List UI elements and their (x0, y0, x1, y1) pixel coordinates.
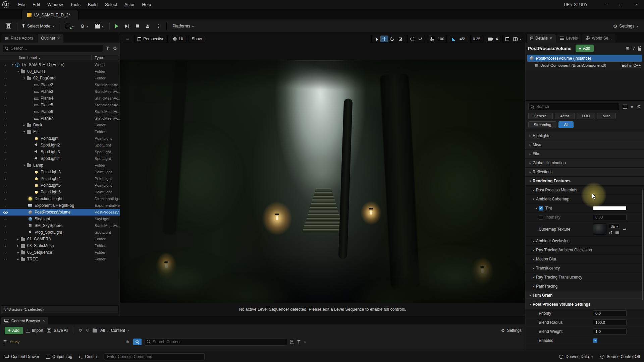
rotation-snap-value[interactable]: 45° (458, 37, 467, 41)
cinematics-button[interactable] (92, 21, 106, 31)
visibility-eye-icon[interactable] (2, 225, 9, 227)
number-field[interactable]: 0.03 (593, 214, 627, 220)
close-icon[interactable] (550, 36, 552, 41)
expander-icon[interactable] (528, 134, 533, 137)
expand-arrow-icon[interactable] (22, 130, 26, 133)
expander-icon[interactable] (528, 161, 533, 165)
details-row[interactable]: Motion Blur (525, 255, 644, 264)
outliner-row[interactable]: DirectionalLight DirectionalLig... (0, 195, 120, 202)
browse-to-asset-icon[interactable] (615, 231, 619, 234)
details-row[interactable]: Ray Tracing Translucency (525, 273, 644, 282)
visibility-eye-icon[interactable] (2, 164, 9, 166)
outliner-row[interactable]: 01_CAMERA Folder (0, 236, 120, 242)
visibility-eye-icon[interactable] (2, 218, 9, 220)
outliner-row[interactable]: Lamp Folder (0, 162, 120, 169)
tab-outliner[interactable]: Outliner (38, 34, 63, 43)
expander-icon[interactable] (528, 170, 533, 174)
browse-icon[interactable] (626, 46, 629, 51)
minimize-button[interactable] (598, 0, 613, 9)
cmd-dropdown[interactable]: Cmd (79, 354, 97, 359)
viewport-layout-button[interactable] (512, 36, 519, 42)
platforms-dropdown[interactable]: Platforms (170, 21, 196, 31)
outliner-row[interactable]: Plane3 StaticMeshAc... (0, 88, 120, 95)
filter-icon[interactable] (106, 46, 110, 50)
forward-icon[interactable] (86, 328, 89, 333)
expand-arrow-icon[interactable] (22, 164, 26, 167)
visibility-eye-icon[interactable] (2, 191, 9, 193)
maximize-button[interactable] (613, 0, 629, 9)
instance-row[interactable]: PostProcessVolume (Instance) (527, 55, 642, 62)
column-item-label[interactable]: Item Label (19, 56, 37, 60)
expand-arrow-icon[interactable] (22, 123, 26, 127)
outliner-row[interactable]: Plane2 StaticMeshAc... (0, 81, 120, 88)
skip-button[interactable] (122, 21, 132, 31)
filter-chip[interactable]: Streaming (528, 121, 556, 128)
content-search-box[interactable] (145, 338, 287, 346)
add-asset-button[interactable]: Add (5, 327, 23, 334)
details-row[interactable]: Rendering Features (525, 177, 644, 186)
perspective-dropdown[interactable]: Perspective (134, 35, 168, 43)
lock-icon[interactable] (638, 48, 641, 51)
tab-place-actors[interactable]: Place Actors (1, 34, 37, 43)
search-toggle-button[interactable] (133, 339, 142, 345)
tab-levels[interactable]: Levels (556, 34, 582, 43)
outliner-row[interactable]: Plane5 StaticMeshAc... (0, 102, 120, 108)
edit-condition-checkbox[interactable] (539, 215, 543, 220)
visibility-eye-icon[interactable] (2, 245, 9, 247)
details-row[interactable]: Reflections (525, 168, 644, 177)
visibility-eye-icon[interactable] (2, 84, 9, 86)
save-button[interactable] (3, 21, 14, 31)
view-mode-dropdown[interactable]: Lit (170, 35, 186, 43)
help-icon[interactable] (633, 46, 635, 51)
surface-snapping-button[interactable] (416, 36, 424, 42)
outliner-row[interactable]: PointLight4 PointLight (0, 175, 120, 182)
play-button[interactable] (112, 21, 121, 31)
details-row[interactable]: Ambient Cubemap (525, 195, 644, 204)
expand-arrow-icon[interactable] (11, 63, 15, 66)
menu-item[interactable]: File (14, 0, 29, 9)
outliner-row[interactable]: PointLight3 PointLight (0, 169, 120, 175)
stop-button[interactable] (133, 21, 142, 31)
details-scrollbar[interactable] (642, 189, 643, 300)
visibility-eye-icon[interactable] (2, 104, 9, 106)
outliner-row[interactable]: PointLight PointLight (0, 135, 120, 142)
world-coordinate-button[interactable] (408, 36, 416, 42)
column-type[interactable]: Type (95, 56, 103, 60)
console-command-field[interactable] (104, 353, 205, 360)
filter-dropdown-icon[interactable] (297, 340, 301, 344)
outliner-row[interactable]: 05_Sequence Folder (0, 249, 120, 256)
scale-tool-button[interactable] (396, 36, 404, 42)
source-collection-label[interactable]: Study (10, 340, 19, 344)
outliner-row[interactable]: TREE Folder (0, 256, 120, 262)
outliner-settings-icon[interactable] (113, 46, 117, 51)
outliner-row[interactable]: SpotLight2 SpotLight (0, 142, 120, 148)
details-row[interactable]: Film Grain (525, 291, 644, 300)
outliner-row[interactable]: 02_FogCard Folder (0, 75, 120, 81)
filter-chip[interactable]: All (558, 121, 574, 128)
details-row[interactable]: Post Process Materials (525, 186, 644, 195)
visibility-eye-icon[interactable] (2, 258, 9, 260)
level-viewport[interactable]: Perspective Lit Show (120, 33, 525, 316)
save-all-button[interactable]: Save All (47, 328, 68, 333)
visibility-eye-icon[interactable] (2, 117, 9, 119)
display-options-icon[interactable] (623, 105, 627, 109)
viewport-scene[interactable] (120, 60, 525, 303)
details-search-box[interactable] (528, 103, 620, 110)
expander-icon[interactable] (528, 152, 533, 156)
outliner-row[interactable]: Back Folder (0, 122, 120, 128)
visibility-eye-icon[interactable] (2, 144, 9, 146)
details-row[interactable]: Intensity 0.03 (525, 213, 644, 222)
details-row[interactable]: PathTracing (525, 282, 644, 291)
outliner-row[interactable]: SkyLight SkyLight (0, 216, 120, 222)
reset-property-icon[interactable] (623, 227, 626, 232)
add-component-button[interactable]: Add (576, 45, 594, 52)
details-row[interactable]: Priority 0.0 (525, 309, 644, 318)
move-tool-button[interactable] (380, 36, 388, 42)
details-row[interactable]: Enabled (525, 336, 644, 345)
close-button[interactable] (629, 0, 644, 9)
add-actor-button[interactable] (63, 21, 76, 31)
settings-dropdown[interactable]: Settings (610, 21, 641, 31)
details-row[interactable]: Global Illumination (525, 159, 644, 168)
select-mode-dropdown[interactable]: Select Mode (20, 21, 57, 31)
details-row[interactable]: Ray Tracing Ambient Occlusion (525, 246, 644, 255)
